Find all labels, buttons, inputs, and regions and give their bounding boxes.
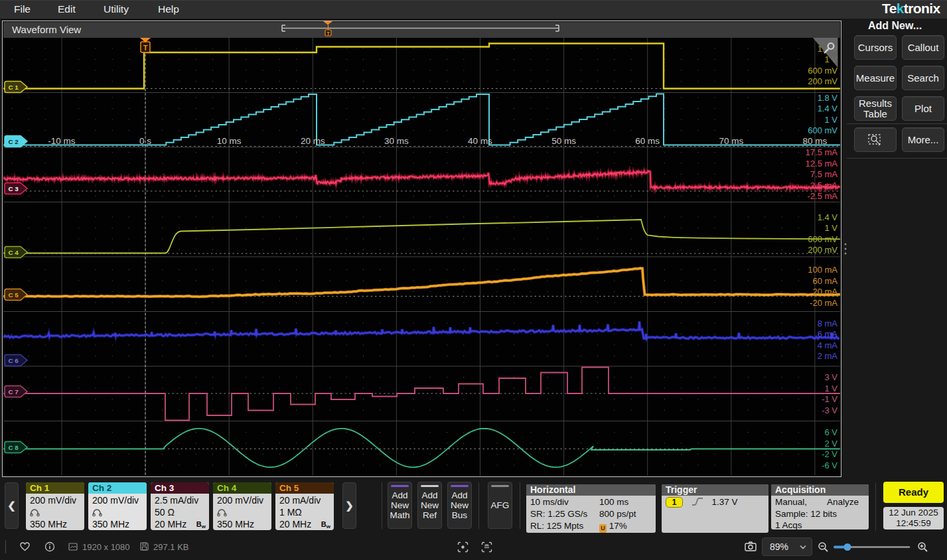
svg-text:-1 V: -1 V [822,394,838,404]
svg-text:-10 ms: -10 ms [48,136,76,146]
svg-text:C 4: C 4 [9,249,19,256]
svg-text:100 mA: 100 mA [808,265,838,275]
svg-text:50 ms: 50 ms [551,136,576,146]
svg-text:80 ms: 80 ms [803,136,828,146]
svg-text:C 1: C 1 [9,84,19,91]
svg-text:-2.5 mA: -2.5 mA [807,191,838,201]
svg-text:600 mV: 600 mV [808,234,838,244]
svg-text:1 V: 1 V [824,115,838,125]
svg-text:200 mV: 200 mV [808,76,838,86]
svg-text:1 V: 1 V [824,223,838,233]
svg-text:70 ms: 70 ms [719,136,743,146]
svg-text:40 ms: 40 ms [468,136,492,146]
svg-text:200 mV: 200 mV [808,245,838,255]
svg-text:T: T [327,31,330,36]
svg-text:2 V: 2 V [824,439,838,449]
svg-text:1.4 V: 1.4 V [818,212,838,222]
svg-text:7.5 mA: 7.5 mA [810,169,838,179]
svg-text:600 mV: 600 mV [808,66,838,76]
svg-text:600 mV: 600 mV [808,125,838,135]
svg-text:17.5 mA: 17.5 mA [806,147,838,157]
svg-text:6 V: 6 V [824,427,838,437]
svg-text:-2 V: -2 V [822,449,838,459]
svg-text:C 2: C 2 [9,138,19,145]
svg-text:-3 V: -3 V [822,405,838,415]
svg-text:-20 mA: -20 mA [810,298,838,308]
svg-text:-6 V: -6 V [822,460,838,470]
svg-text:4 mA: 4 mA [818,340,838,350]
svg-text:1 V: 1 V [824,384,838,393]
svg-text:C 6: C 6 [9,357,19,364]
svg-text:20 mA: 20 mA [812,287,838,297]
svg-text:1.8 V: 1.8 V [818,93,838,103]
svg-text:0 s: 0 s [139,136,151,146]
svg-text:10 ms: 10 ms [217,136,242,146]
svg-text:8 mA: 8 mA [818,318,838,328]
svg-text:2.5 mA: 2.5 mA [810,180,838,190]
svg-text:12.5 mA: 12.5 mA [806,159,838,169]
svg-text:C 5: C 5 [9,291,19,299]
svg-text:T: T [143,44,148,52]
svg-text:2 mA: 2 mA [818,351,838,361]
svg-text:C 8: C 8 [9,444,19,451]
svg-text:30 ms: 30 ms [384,136,409,146]
svg-text:6 mA: 6 mA [818,329,838,339]
svg-text:60 ms: 60 ms [635,136,660,146]
svg-text:C 3: C 3 [9,185,19,192]
svg-text:20 ms: 20 ms [301,136,325,146]
svg-text:3 V: 3 V [824,372,838,382]
svg-text:60 mA: 60 mA [812,276,838,286]
svg-text:C 7: C 7 [9,388,19,395]
svg-text:1.4 V: 1.4 V [818,104,838,113]
